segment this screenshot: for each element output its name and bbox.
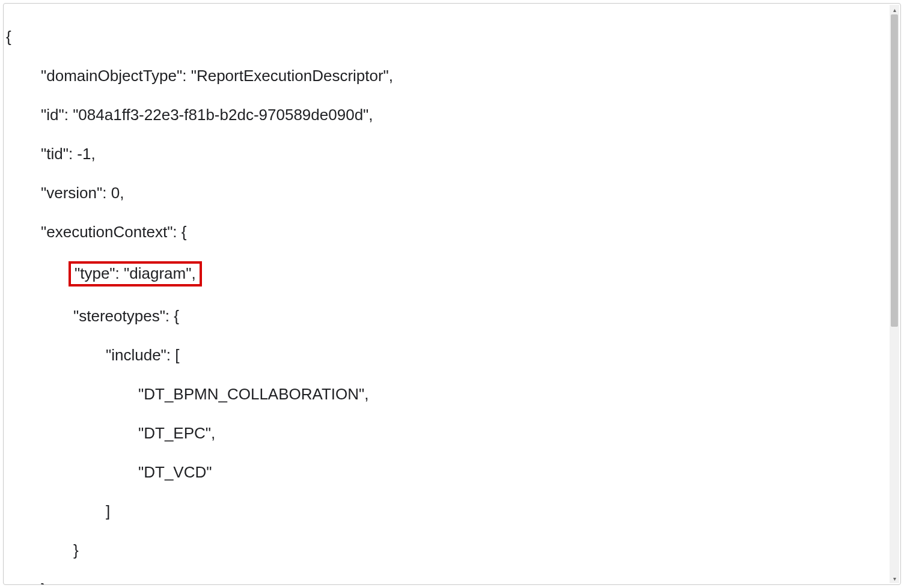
code-line: "DT_VCD" [6, 462, 882, 482]
code-line: }, [6, 580, 882, 585]
code-line: "id": "084a1ff3-22e3-f81b-b2dc-970589de0… [6, 105, 882, 125]
code-panel: { "domainObjectType": "ReportExecutionDe… [3, 3, 901, 585]
code-line: "stereotypes": { [6, 306, 882, 326]
viewport: { "domainObjectType": "ReportExecutionDe… [0, 0, 904, 588]
code-text: "type": "diagram", [75, 264, 196, 282]
code-scroll-area[interactable]: { "domainObjectType": "ReportExecutionDe… [4, 4, 888, 584]
scrollbar-track[interactable] [890, 14, 899, 574]
code-line-highlighted: "type": "diagram", [6, 261, 882, 287]
code-line: "DT_EPC", [6, 423, 882, 443]
code-line: "tid": -1, [6, 144, 882, 164]
chevron-down-icon: ▾ [893, 575, 896, 582]
code-line: { [6, 27, 882, 47]
code-line: } [6, 541, 882, 560]
code-line: "include": [ [6, 345, 882, 365]
scrollbar-up-button[interactable]: ▴ [890, 5, 899, 14]
scrollbar-down-button[interactable]: ▾ [890, 574, 899, 583]
chevron-up-icon: ▴ [893, 7, 896, 13]
code-line: ] [6, 502, 882, 521]
scrollbar-thumb[interactable] [891, 14, 898, 327]
json-code-block: { "domainObjectType": "ReportExecutionDe… [6, 7, 882, 584]
code-line: "domainObjectType": "ReportExecutionDesc… [6, 66, 882, 86]
code-line: "executionContext": { [6, 222, 882, 242]
highlight-box: "type": "diagram", [69, 261, 202, 287]
code-line: "DT_BPMN_COLLABORATION", [6, 384, 882, 404]
code-line: "version": 0, [6, 183, 882, 203]
